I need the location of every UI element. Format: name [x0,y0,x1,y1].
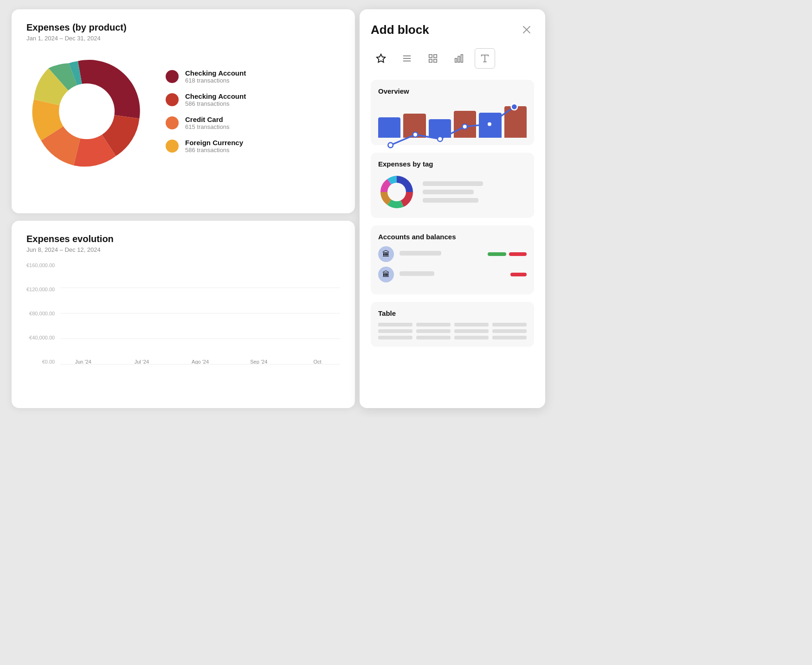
list-icon-button[interactable] [397,48,417,69]
legend-count-0: 618 transactions [185,77,246,84]
svg-rect-7 [429,55,432,58]
svg-rect-9 [429,59,432,62]
legend-count-3: 586 transactions [185,147,243,153]
tag-bar-1 [423,190,474,194]
acc-name-bar-1 [400,271,434,276]
table-cell-00 [378,323,412,326]
acc-balance-bar-red-1 [510,273,527,276]
bar-label-4: Oct [313,359,321,364]
svg-marker-3 [377,54,385,62]
add-block-panel: Add block [360,9,545,408]
donut-content: Checking Account 618 transactions Checki… [26,51,340,172]
tag-bar-0 [423,181,483,186]
table-cell-10 [416,323,451,326]
acc-name-bar-0 [400,251,441,256]
mini-bar-2 [429,119,451,138]
tag-bar-2 [423,198,478,203]
legend-name-0: Checking Account [185,69,246,77]
icon-row [371,48,534,69]
bar-group-3: Sep '24 [236,355,282,364]
bar-label-3: Sep '24 [250,359,267,364]
bar-subtitle: Jun 8, 2024 – Dec 12, 2024 [26,246,340,253]
mini-bar-5 [504,106,527,138]
star-icon-button[interactable] [371,48,391,69]
legend-name-1: Checking Account [185,92,246,100]
bar-label-2: Ago '24 [192,359,209,364]
table-col-0 [378,323,412,339]
table-cell-21 [454,329,489,333]
bar-panel: Expenses evolution Jun 8, 2024 – Dec 12,… [12,221,355,408]
text-icon-button[interactable] [475,48,495,69]
legend-item-2: Credit Card 615 transactions [166,115,246,130]
table-cell-22 [454,336,489,339]
y-label-4: €0.00 [42,359,55,364]
legend-dot-1 [166,93,179,106]
y-label-3: €40,000.00 [29,335,55,340]
acc-balance-bar-red-0 [509,252,527,256]
y-axis: €160,000.00 €120,000.00 €80,000.00 €40,0… [26,262,60,364]
mini-bar-3 [454,111,476,138]
legend-item-1: Checking Account 586 transactions [166,92,246,107]
bar-title: Expenses evolution [26,234,340,244]
legend-count-2: 615 transactions [185,123,229,130]
legend-dot-3 [166,140,179,153]
table-cell-31 [492,329,527,333]
table-col-2 [454,323,489,339]
donut-subtitle: Jan 1, 2024 – Dec 31, 2024 [26,35,340,42]
accounts-title: Accounts and balances [378,233,527,241]
legend-item-3: Foreign Currency 586 transactions [166,139,246,153]
svg-rect-8 [434,55,437,58]
tag-content [378,173,527,211]
accounts-card[interactable]: Accounts and balances 🏛 🏛 [371,225,534,294]
svg-point-0 [59,83,115,139]
table-cell-32 [492,336,527,339]
table-cell-11 [416,329,451,333]
tag-legend [423,181,483,203]
account-row-1: 🏛 [378,267,527,282]
mini-bar-0 [378,117,400,138]
y-label-1: €120,000.00 [26,287,55,292]
bar-group-0: Jun '24 [60,355,106,364]
acc-text-0 [400,251,482,257]
donut-panel: Expenses (by product) Jan 1, 2024 – Dec … [12,9,355,213]
acc-text-1 [400,271,505,278]
grid-icon-button[interactable] [423,48,443,69]
bar-label-0: Jun '24 [75,359,91,364]
svg-rect-13 [461,55,463,63]
scene: Expenses (by product) Jan 1, 2024 – Dec … [12,9,545,408]
tag-donut [378,173,415,211]
table-card[interactable]: Table [371,302,534,347]
bar-group-2: Ago '24 [178,355,223,364]
close-button[interactable] [519,22,534,37]
overview-title: Overview [378,87,527,95]
add-block-header: Add block [371,22,534,37]
account-icon-1: 🏛 [378,267,394,282]
table-col-3 [492,323,527,339]
table-col-1 [416,323,451,339]
table-cell-20 [454,323,489,326]
expenses-tag-title: Expenses by tag [378,160,527,168]
table-mini [378,323,527,339]
legend-name-2: Credit Card [185,115,229,123]
left-panels: Expenses (by product) Jan 1, 2024 – Dec … [12,9,355,408]
donut-chart [26,51,147,172]
bars-container: Jun '24 Jul '24 Ago '24 Sep '24 [60,262,340,364]
acc-balance-bar-green [488,252,506,256]
account-row-0: 🏛 [378,246,527,262]
mini-bar-1 [403,114,425,138]
mini-bar-4 [479,113,501,138]
table-cell-01 [378,329,412,333]
svg-rect-12 [458,56,460,62]
bar-group-4: Oct [295,355,340,364]
legend-count-1: 586 transactions [185,100,246,107]
add-block-title: Add block [371,23,429,37]
overview-card[interactable]: Overview [371,80,534,145]
svg-rect-10 [434,59,437,62]
svg-rect-11 [455,58,457,62]
expenses-tag-card[interactable]: Expenses by tag [371,153,534,218]
legend: Checking Account 618 transactions Checki… [166,69,246,153]
bar-label-1: Jul '24 [135,359,149,364]
svg-point-16 [388,143,393,148]
y-label-2: €80,000.00 [29,311,55,316]
bar-chart-icon-button[interactable] [449,48,469,69]
